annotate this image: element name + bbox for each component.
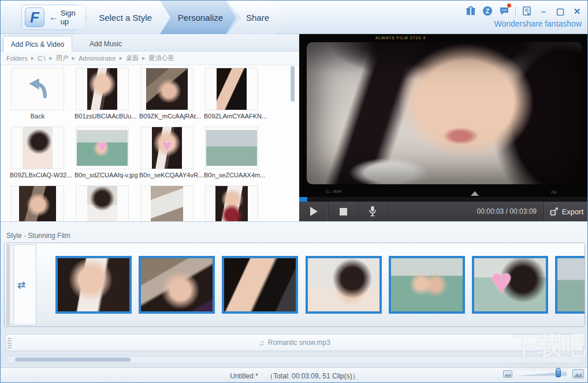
- file-label: Back: [10, 113, 65, 120]
- file-item[interactable]: B0n_sdZCUAAfq-v.jpg: [75, 127, 130, 179]
- export-button[interactable]: Export: [544, 202, 588, 221]
- file-thumbnail: [205, 68, 258, 110]
- file-thumbnail: [140, 127, 193, 169]
- small-image-icon: [503, 370, 512, 378]
- breadcrumb: Folders▶ C:\▶ 用户▶ Administrator▶ 桌面▶ 愛須心…: [1, 51, 299, 65]
- play-icon: [310, 207, 318, 216]
- menu-icon[interactable]: [521, 5, 533, 17]
- slider-handle[interactable]: [556, 368, 561, 377]
- storyboard-clip[interactable]: [472, 256, 548, 314]
- play-button[interactable]: [299, 202, 329, 221]
- file-item[interactable]: B09ZLBxCIAQ-W32...: [10, 127, 65, 179]
- back-arrow-icon: [25, 76, 50, 102]
- storyboard-clip[interactable]: [306, 256, 382, 314]
- clip-thumbnail: [308, 258, 379, 311]
- brand-label: Wondershare fantashow: [494, 19, 582, 28]
- file-thumbnail: [76, 127, 129, 169]
- minimize-button[interactable]: –: [538, 5, 549, 17]
- storyboard-clip[interactable]: [555, 256, 585, 314]
- gift-icon[interactable]: [465, 5, 477, 17]
- file-thumbnail: [11, 127, 64, 169]
- export-label: Export: [562, 207, 584, 216]
- file-item[interactable]: [10, 185, 65, 221]
- file-label: B09ZLAmCYAAFKN...: [204, 113, 259, 120]
- file-item[interactable]: [75, 185, 130, 221]
- breadcrumb-arrow-icon: ▶: [142, 56, 145, 61]
- close-button[interactable]: ✕: [571, 5, 583, 17]
- clip-swap-handle[interactable]: ⇄: [6, 244, 36, 325]
- storyboard-clip[interactable]: [55, 256, 132, 314]
- file-label: B01zsUBCIAAcBUu...: [75, 113, 130, 120]
- file-item[interactable]: [204, 185, 259, 221]
- maximize-button[interactable]: ▢: [554, 5, 566, 17]
- file-label: B0n_seZCUAAX4m...: [204, 172, 259, 179]
- tab-add-pics-video[interactable]: Add Pics & Video: [3, 36, 72, 52]
- seek-bar[interactable]: [299, 197, 588, 202]
- clip-thumbnail: [557, 258, 585, 311]
- media-panel-tabs: Add Pics & Video Add Music: [1, 34, 299, 51]
- step-tab-select-style[interactable]: Select a Style: [75, 1, 176, 34]
- titlebar-icons: Z – ▢ ✕: [465, 5, 583, 17]
- file-list-scrollbar[interactable]: [291, 66, 295, 102]
- signup-button[interactable]: ← Sign up: [49, 9, 85, 26]
- project-name: Untitled *: [230, 372, 258, 380]
- file-item[interactable]: B0n_seZCUAAX4m...: [204, 127, 259, 179]
- clip-thumbnail: [58, 258, 129, 311]
- swap-icon: ⇄: [17, 279, 25, 291]
- storyboard-scrollbar-thumb[interactable]: [15, 358, 131, 362]
- video-overlay-code: C-- A94: [326, 189, 341, 194]
- large-image-icon: [572, 369, 584, 378]
- logo-signup-group: F ← Sign up: [21, 5, 86, 30]
- status-bar: Untitled * （Total: 00:03:09, 51 Clip(s)）: [1, 367, 588, 383]
- breadcrumb-users[interactable]: 用户: [56, 54, 69, 62]
- style-label: Style - Stunning Film: [6, 232, 70, 240]
- app-window: F ← Sign up Select a Style Personalize S…: [0, 0, 588, 383]
- feedback-icon[interactable]: [498, 5, 510, 17]
- tab-add-music[interactable]: Add Music: [72, 36, 139, 52]
- file-item[interactable]: B0n_seKCQAAY4vR...: [139, 127, 195, 179]
- storyboard-scrollbar: [5, 356, 584, 363]
- stop-button[interactable]: [329, 202, 358, 221]
- file-item[interactable]: B01zsUBCIAAcBUu...: [75, 68, 130, 120]
- step-tab-personalize[interactable]: Personalize: [160, 1, 241, 34]
- file-item[interactable]: [139, 185, 195, 221]
- storyboard-clip[interactable]: [139, 256, 215, 314]
- music-track-name: Romantic snow.mp3: [268, 339, 330, 347]
- breadcrumb-arrow-icon: ▶: [31, 56, 34, 61]
- breadcrumb-administrator[interactable]: Administrator: [79, 55, 116, 62]
- storyboard-clip[interactable]: [222, 256, 298, 314]
- video-overlay-number: 24: [551, 189, 556, 195]
- breadcrumb-arrow-icon: ▶: [72, 56, 75, 61]
- file-label: B0n_seKCQAAY4vR...: [139, 172, 195, 179]
- video-overlay-marker: [471, 191, 479, 196]
- music-track-bar[interactable]: ♫ Romantic snow.mp3: [5, 334, 584, 351]
- breadcrumb-folders[interactable]: Folders: [6, 55, 28, 62]
- media-panel: Add Pics & Video Add Music Folders▶ C:\▶…: [1, 34, 299, 221]
- storyboard-clip[interactable]: [389, 256, 465, 314]
- messenger-icon[interactable]: Z: [482, 5, 493, 17]
- file-thumbnail: [140, 185, 193, 221]
- clip-thumbnail: [391, 258, 463, 311]
- file-thumbnail: [205, 127, 258, 169]
- clip-thumbnail: [224, 258, 296, 311]
- preview-panel: ALWAYS FILM 0720 4 C-- A94 24 00:00:03 /…: [299, 34, 588, 221]
- export-icon: [549, 207, 559, 217]
- music-grip-handle[interactable]: [8, 337, 12, 348]
- file-thumbnail: [205, 185, 258, 221]
- file-item[interactable]: B09ZLAmCYAAFKN...: [204, 68, 259, 120]
- file-label: B09ZK_mCcAAjRAt...: [139, 113, 195, 120]
- breadcrumb-drive[interactable]: C:\: [38, 55, 46, 62]
- file-item-back[interactable]: Back: [10, 68, 65, 120]
- thumbnail-size-slider[interactable]: [516, 370, 569, 377]
- breadcrumb-current-folder[interactable]: 愛須心亜: [149, 54, 174, 62]
- breadcrumb-desktop[interactable]: 桌面: [126, 54, 139, 62]
- file-thumbnail: [140, 68, 193, 110]
- playback-controls: 00:00:03 / 00:03:09 Export: [299, 202, 588, 221]
- stop-icon: [340, 208, 347, 215]
- signup-arrow-icon: ←: [49, 12, 58, 23]
- record-voice-button[interactable]: [358, 202, 388, 221]
- notification-dot: [507, 3, 511, 8]
- file-item[interactable]: B09ZK_mCcAAjRAt...: [139, 68, 195, 120]
- titlebar-separator: [515, 6, 516, 16]
- storyboard-section: Style - Stunning Film ⇄ ♫ Romantic snow.…: [1, 221, 588, 383]
